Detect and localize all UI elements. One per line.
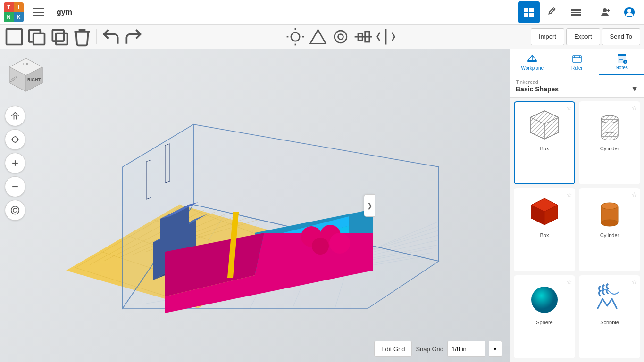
align-button[interactable] bbox=[353, 26, 374, 47]
panel-header: Tinkercad Basic Shapes ▼ bbox=[510, 75, 644, 98]
divider bbox=[591, 5, 591, 20]
zoom-out-button[interactable] bbox=[5, 176, 25, 197]
svg-rect-102 bbox=[527, 61, 537, 62]
panel-category: Basic Shapes ▼ bbox=[516, 85, 638, 93]
svg-point-26 bbox=[335, 31, 347, 43]
snap-input[interactable] bbox=[447, 341, 485, 357]
menu-button[interactable] bbox=[27, 1, 49, 23]
main: RIGHT TOP LEFT bbox=[0, 49, 644, 362]
notes-tab[interactable]: + Notes bbox=[599, 49, 644, 75]
workplane-tab[interactable]: Workplane bbox=[510, 49, 555, 75]
shape-box-solid-visual bbox=[526, 193, 563, 230]
ruler-tab-label: Ruler bbox=[571, 66, 583, 71]
build-mode-button[interactable] bbox=[542, 1, 563, 23]
svg-rect-18 bbox=[52, 30, 64, 41]
svg-rect-3 bbox=[524, 8, 528, 12]
svg-rect-19 bbox=[56, 33, 67, 44]
undo-button[interactable] bbox=[100, 26, 121, 47]
svg-point-99 bbox=[312, 238, 329, 255]
light-button[interactable] bbox=[285, 26, 306, 47]
left-tools bbox=[5, 106, 25, 221]
star-box-ghost[interactable]: ☆ bbox=[566, 104, 572, 112]
right-panel: Workplane Ruler + bbox=[510, 49, 644, 362]
delete-button[interactable] bbox=[72, 26, 92, 47]
svg-point-129 bbox=[601, 220, 618, 226]
shape-box-solid-label: Box bbox=[540, 232, 549, 238]
scene-3d bbox=[28, 73, 453, 355]
svg-rect-6 bbox=[529, 13, 534, 17]
redo-button[interactable] bbox=[123, 26, 144, 47]
topbar: T I N K gym bbox=[0, 0, 644, 25]
logo-k: K bbox=[14, 12, 24, 22]
shape-box-solid[interactable]: ☆ Box bbox=[514, 188, 575, 271]
svg-text:+: + bbox=[624, 60, 626, 64]
divider2 bbox=[148, 29, 148, 44]
camera-mode-button[interactable] bbox=[5, 200, 25, 221]
shape-box-ghost-visual bbox=[526, 106, 563, 144]
logo-n: N bbox=[4, 12, 14, 22]
import-button[interactable]: Import bbox=[531, 28, 564, 45]
svg-rect-16 bbox=[7, 29, 22, 44]
new-button[interactable] bbox=[4, 26, 25, 47]
shape-cylinder-solid[interactable]: ☆ Cylinder bbox=[579, 188, 640, 271]
snap-arrow[interactable]: ▼ bbox=[489, 341, 502, 357]
category-dropdown-button[interactable]: ▼ bbox=[631, 85, 638, 93]
shape-cylinder-solid-label: Cylinder bbox=[600, 232, 619, 238]
svg-point-11 bbox=[603, 8, 607, 12]
star-scribble[interactable]: ☆ bbox=[631, 278, 637, 286]
svg-text:TOP: TOP bbox=[23, 62, 30, 66]
mirror-button[interactable] bbox=[376, 26, 396, 47]
send-to-button[interactable]: Send To bbox=[602, 28, 640, 45]
svg-point-122 bbox=[601, 132, 618, 140]
panel-tabs: Workplane Ruler + bbox=[510, 49, 644, 75]
svg-rect-0 bbox=[33, 8, 44, 9]
svg-rect-10 bbox=[571, 14, 581, 16]
add-user-button[interactable] bbox=[595, 1, 617, 23]
design-mode-button[interactable] bbox=[518, 1, 540, 23]
shape-scribble[interactable]: ☆ bbox=[579, 275, 640, 358]
logo-t: T bbox=[4, 2, 14, 12]
shape-sphere-label: Sphere bbox=[536, 320, 552, 325]
svg-point-20 bbox=[291, 32, 299, 41]
copy-button[interactable] bbox=[26, 26, 47, 47]
svg-line-7 bbox=[552, 9, 554, 11]
svg-rect-17 bbox=[33, 33, 45, 44]
svg-point-38 bbox=[12, 137, 18, 142]
panel-collapse-button[interactable]: ❯ bbox=[364, 194, 375, 217]
ruler-tab[interactable]: Ruler bbox=[555, 49, 600, 75]
svg-rect-5 bbox=[524, 13, 528, 17]
shape-sphere-visual bbox=[526, 280, 563, 318]
shape-cylinder-ghost[interactable]: ☆ Cylinder bbox=[579, 101, 640, 184]
fit-view-button[interactable] bbox=[5, 129, 25, 150]
shape-scribble-visual bbox=[591, 280, 628, 318]
shape-button[interactable] bbox=[308, 26, 328, 47]
svg-point-15 bbox=[627, 9, 631, 13]
chevron-right-icon: ❯ bbox=[367, 202, 373, 209]
logo-i: I bbox=[14, 2, 24, 12]
shape-box-ghost-label: Box bbox=[540, 146, 549, 151]
star-sphere[interactable]: ☆ bbox=[566, 278, 572, 286]
svg-rect-4 bbox=[529, 8, 534, 12]
zoom-in-button[interactable] bbox=[5, 153, 25, 173]
simulate-mode-button[interactable] bbox=[565, 1, 587, 23]
star-cylinder-ghost[interactable]: ☆ bbox=[631, 104, 637, 112]
profile-button[interactable] bbox=[619, 1, 640, 23]
topbar-right bbox=[518, 1, 640, 23]
tinkercad-logo: T I N K bbox=[4, 2, 24, 22]
shape-sphere[interactable]: ☆ Sphere bbox=[514, 275, 575, 358]
shape-box-ghost[interactable]: ☆ Box bbox=[514, 101, 575, 184]
viewport[interactable]: RIGHT TOP LEFT bbox=[0, 49, 510, 362]
star-cylinder-solid[interactable]: ☆ bbox=[631, 191, 637, 198]
svg-point-121 bbox=[601, 115, 618, 123]
edit-grid-button[interactable]: Edit Grid bbox=[374, 341, 412, 357]
svg-point-128 bbox=[601, 203, 618, 209]
star-box-solid[interactable]: ☆ bbox=[566, 191, 572, 198]
svg-rect-1 bbox=[33, 12, 44, 13]
svg-rect-9 bbox=[571, 12, 581, 13]
export-button[interactable]: Export bbox=[566, 28, 600, 45]
duplicate-button[interactable] bbox=[49, 26, 70, 47]
camera-button[interactable] bbox=[330, 26, 351, 47]
home-view-button[interactable] bbox=[5, 106, 25, 126]
shape-cylinder-ghost-visual bbox=[591, 106, 628, 144]
shapes-grid: ☆ Box bbox=[510, 98, 644, 362]
